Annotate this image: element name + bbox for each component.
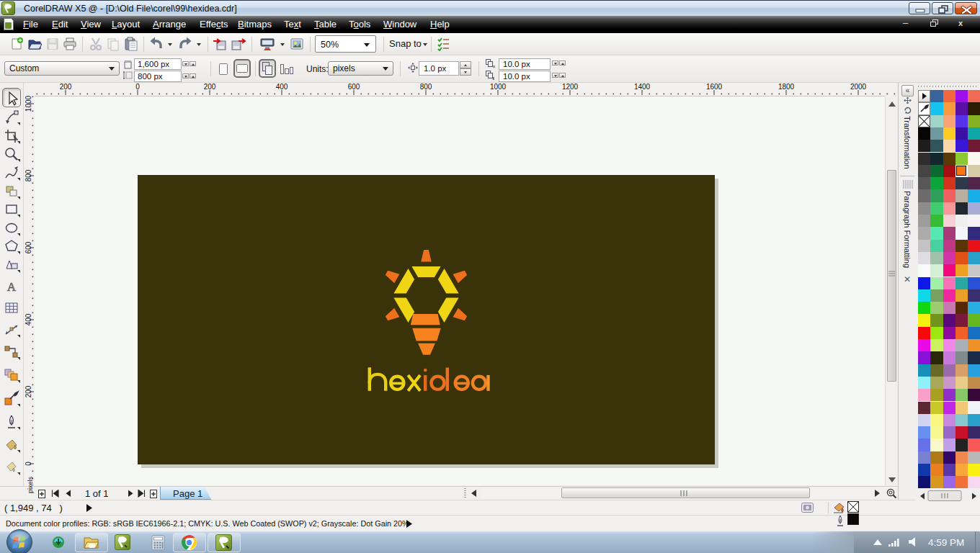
svg-text:1800: 1800 (778, 84, 795, 91)
svg-text:2000: 2000 (850, 84, 867, 91)
svg-text:A: A (7, 280, 17, 294)
svg-text:200: 200 (25, 385, 32, 397)
svg-text:1200: 1200 (562, 84, 579, 91)
svg-text:200: 200 (204, 84, 216, 91)
svg-text:400: 400 (276, 84, 288, 91)
svg-text:1000: 1000 (25, 96, 32, 112)
svg-text:1600: 1600 (706, 84, 723, 91)
svg-text:1000: 1000 (490, 84, 507, 91)
svg-text:0: 0 (135, 84, 140, 91)
svg-text:0: 0 (25, 462, 32, 466)
svg-text:600: 600 (25, 241, 32, 253)
svg-text:200: 200 (60, 84, 72, 91)
svg-text:400: 400 (25, 313, 32, 325)
svg-text:pixels: pixels (27, 476, 34, 493)
svg-text:600: 600 (348, 84, 360, 91)
svg-text:800: 800 (25, 169, 32, 181)
svg-text:800: 800 (420, 84, 432, 91)
svg-text:1400: 1400 (634, 84, 651, 91)
